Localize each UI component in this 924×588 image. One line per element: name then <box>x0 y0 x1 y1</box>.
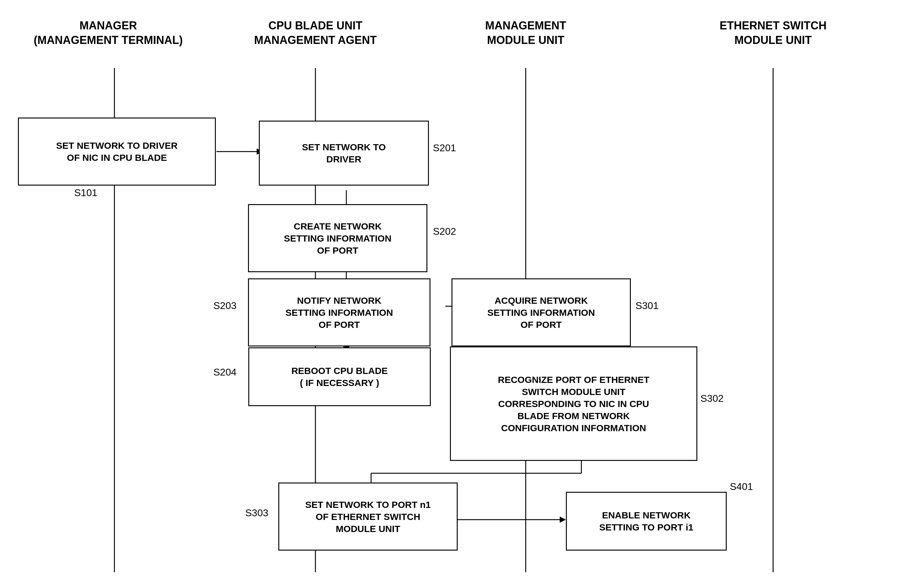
step-s303: S303 <box>245 507 269 519</box>
diagram: MANAGER (MANAGEMENT TERMINAL) CPU BLADE … <box>0 0 924 588</box>
header-col3: MANAGEMENT MODULE UNIT <box>458 18 594 48</box>
box-recognize-port: RECOGNIZE PORT OF ETHERNET SWITCH MODULE… <box>450 347 697 461</box>
step-s201: S201 <box>433 142 456 154</box>
step-s203: S203 <box>213 300 237 312</box>
box-set-network-driver-nic: SET NETWORK TO DRIVER OF NIC IN CPU BLAD… <box>18 117 216 186</box>
svg-marker-21 <box>560 517 566 523</box>
step-s202: S202 <box>433 226 456 237</box>
header-col2: CPU BLADE UNIT MANAGEMENT AGENT <box>235 18 396 48</box>
box-create-network-setting: CREATE NETWORK SETTING INFORMATION OF PO… <box>248 204 427 272</box>
step-s401: S401 <box>730 481 753 492</box>
box-acquire-network-setting: ACQUIRE NETWORK SETTING INFORMATION OF P… <box>452 278 631 347</box>
step-s204: S204 <box>213 367 237 378</box>
step-s302: S302 <box>700 393 724 404</box>
step-s301: S301 <box>635 300 659 312</box>
header-col4: ETHERNET SWITCH MODULE UNIT <box>705 18 841 48</box>
box-reboot-cpu-blade: REBOOT CPU BLADE ( IF NECESSARY ) <box>248 347 431 406</box>
box-enable-network-setting: ENABLE NETWORK SETTING TO PORT i1 <box>566 492 727 550</box>
box-set-network-port-n1: SET NETWORK TO PORT n1 OF ETHERNET SWITC… <box>278 482 458 550</box>
header-col1: MANAGER (MANAGEMENT TERMINAL) <box>31 18 186 48</box>
box-set-network-driver: SET NETWORK TO DRIVER <box>259 121 429 186</box>
box-notify-network-setting: NOTIFY NETWORK SETTING INFORMATION OF PO… <box>248 278 431 347</box>
step-s101: S101 <box>74 187 97 198</box>
